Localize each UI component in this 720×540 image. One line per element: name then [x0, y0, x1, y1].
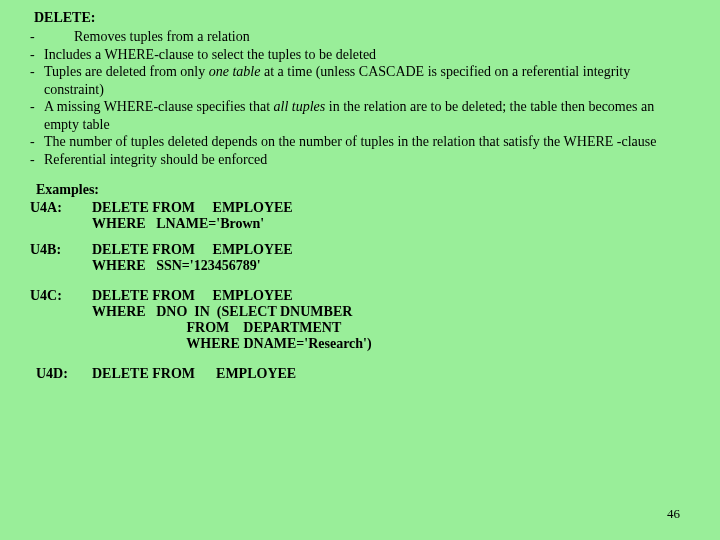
example-block: U4C: DELETE FROM EMPLOYEE WHERE DNO IN (…	[30, 288, 690, 352]
bullet-text-span: Removes tuples from a relation	[74, 29, 250, 44]
bullet-text: Includes a WHERE-clause to select the tu…	[44, 46, 690, 64]
bullet-list: - Removes tuples from a relation - Inclu…	[30, 28, 690, 168]
bullet-dash: -	[30, 63, 44, 81]
examples-heading: Examples:	[36, 182, 690, 198]
list-item: - The number of tuples deleted depends o…	[30, 133, 690, 151]
bullet-text: The number of tuples deleted depends on …	[44, 133, 690, 151]
example-code: DELETE FROM EMPLOYEE WHERE DNO IN (SELEC…	[92, 288, 690, 352]
bullet-dash: -	[30, 28, 44, 46]
list-item: - Removes tuples from a relation	[30, 28, 690, 46]
example-label: U4C:	[30, 288, 92, 352]
example-label: U4B:	[30, 242, 92, 274]
bullet-text: Tuples are deleted from only one table a…	[44, 63, 690, 98]
slide: DELETE: - Removes tuples from a relation…	[0, 0, 720, 540]
example-block: U4D: DELETE FROM EMPLOYEE	[30, 366, 690, 382]
bullet-dash: -	[30, 151, 44, 169]
list-item: - Includes a WHERE-clause to select the …	[30, 46, 690, 64]
bullet-text: A missing WHERE-clause specifies that al…	[44, 98, 690, 133]
page-number: 46	[667, 506, 680, 522]
list-item: - Tuples are deleted from only one table…	[30, 63, 690, 98]
bullet-dash: -	[30, 133, 44, 151]
example-code: DELETE FROM EMPLOYEE WHERE LNAME='Brown'	[92, 200, 690, 232]
bullet-text: Referential integrity should be enforced	[44, 151, 690, 169]
example-label: U4D:	[36, 366, 92, 382]
example-code: DELETE FROM EMPLOYEE WHERE SSN='12345678…	[92, 242, 690, 274]
bullet-dash: -	[30, 98, 44, 116]
example-block: U4A: DELETE FROM EMPLOYEE WHERE LNAME='B…	[30, 200, 690, 232]
example-block: U4B: DELETE FROM EMPLOYEE WHERE SSN='123…	[30, 242, 690, 274]
bullet-text: Removes tuples from a relation	[44, 28, 690, 46]
bullet-dash: -	[30, 46, 44, 64]
example-code: DELETE FROM EMPLOYEE	[92, 366, 690, 382]
delete-heading: DELETE:	[34, 10, 690, 26]
list-item: - Referential integrity should be enforc…	[30, 151, 690, 169]
list-item: - A missing WHERE-clause specifies that …	[30, 98, 690, 133]
example-label: U4A:	[30, 200, 92, 232]
